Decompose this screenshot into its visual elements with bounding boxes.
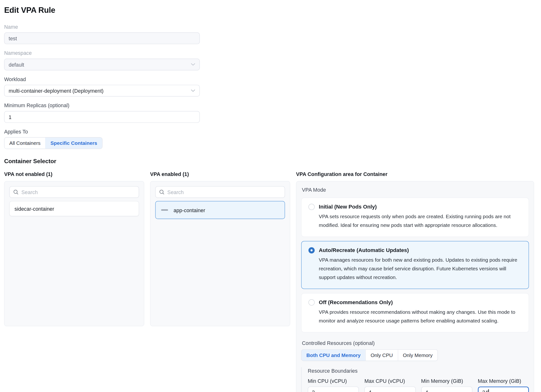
segment-all-containers[interactable]: All Containers — [5, 138, 45, 149]
max-memory-value: 24 — [482, 389, 488, 392]
vpa-enabled-panel: app-container — [150, 181, 290, 326]
resource-boundaries-heading: Resource Boundaries — [308, 368, 529, 374]
workload-value: multi-container-deployment (Deployment) — [9, 88, 104, 94]
namespace-label: Namespace — [4, 50, 200, 56]
text-cursor — [488, 389, 489, 392]
container-item-label: sidecar-container — [14, 206, 54, 211]
controlled-resources-label: Controlled Resources (optional) — [302, 340, 529, 346]
mode-option-auto-recreate[interactable]: Auto/Recreate (Automatic Updates) VPA ma… — [301, 241, 529, 289]
max-cpu-label: Max CPU (vCPU) — [364, 378, 416, 384]
vpa-not-enabled-heading: VPA not enabled (1) — [4, 171, 144, 177]
vpa-config-panel: VPA Mode Initial (New Pods Only) VPA set… — [296, 181, 534, 392]
min-cpu-input[interactable] — [308, 386, 359, 392]
applies-to-label: Applies To — [4, 129, 200, 134]
not-enabled-search-box — [9, 186, 139, 198]
mode-option-off[interactable]: Off (Recommendations Only) VPA provides … — [301, 293, 529, 332]
vpa-config-column: VPA Configuration area for Container VPA… — [296, 171, 534, 392]
radio-unchecked-icon[interactable] — [308, 204, 315, 210]
name-input — [4, 32, 200, 44]
mode-option-title: Auto/Recreate (Automatic Updates) — [319, 247, 409, 253]
mode-option-description: VPA sets resource requests only when pod… — [319, 212, 522, 230]
tab-only-memory[interactable]: Only Memory — [398, 350, 438, 361]
not-enabled-search-input[interactable] — [21, 189, 135, 195]
vpa-enabled-column: VPA enabled (1) app-container — [150, 171, 290, 326]
selector-columns: VPA not enabled (1) sidecar-container VP… — [4, 171, 537, 392]
min-cpu-label: Min CPU (vCPU) — [308, 378, 359, 384]
min-replicas-field-group: Minimum Replicas (optional) — [4, 102, 200, 123]
vpa-enabled-heading: VPA enabled (1) — [150, 171, 290, 177]
min-memory-field-group: Min Memory (GiB) — [421, 378, 472, 392]
max-memory-field-group: Max Memory (GiB) 24 — [478, 378, 529, 392]
enabled-search-input[interactable] — [167, 189, 281, 195]
namespace-value: default — [9, 62, 24, 67]
controlled-resources-tabs: Both CPU and Memory Only CPU Only Memory — [301, 349, 438, 361]
mode-option-title: Initial (New Pods Only) — [319, 204, 377, 210]
namespace-field-group: Namespace default — [4, 50, 200, 70]
workload-field-group: Workload multi-container-deployment (Dep… — [4, 76, 200, 97]
page-title: Edit VPA Rule — [4, 6, 537, 15]
radio-checked-icon[interactable] — [308, 247, 315, 253]
chevron-down-icon — [191, 89, 195, 92]
resource-boundaries-section: Resource Boundaries Min CPU (vCPU) Max C… — [301, 367, 529, 392]
name-field-group: Name — [4, 24, 200, 44]
name-label: Name — [4, 24, 200, 30]
applies-to-group: Applies To All Containers Specific Conta… — [4, 129, 200, 149]
min-replicas-label: Minimum Replicas (optional) — [4, 102, 200, 108]
mode-option-title: Off (Recommendations Only) — [319, 299, 393, 306]
vpa-not-enabled-panel: sidecar-container — [4, 181, 144, 326]
mode-option-description: VPA provides resource recommendations wi… — [319, 308, 522, 325]
max-memory-label: Max Memory (GiB) — [478, 378, 529, 384]
workload-select[interactable]: multi-container-deployment (Deployment) — [4, 85, 200, 97]
min-replicas-input[interactable] — [4, 111, 200, 123]
segment-specific-containers[interactable]: Specific Containers — [45, 138, 102, 149]
edit-vpa-rule-page: Edit VPA Rule Name Namespace default Wor… — [0, 0, 541, 392]
mode-option-initial[interactable]: Initial (New Pods Only) VPA sets resourc… — [301, 198, 529, 237]
tab-only-cpu[interactable]: Only CPU — [365, 350, 398, 361]
container-item-sidecar[interactable]: sidecar-container — [9, 201, 139, 216]
min-memory-input[interactable] — [421, 386, 472, 392]
vpa-config-heading: VPA Configuration area for Container — [296, 171, 534, 177]
vpa-mode-label: VPA Mode — [302, 187, 529, 193]
radio-unchecked-icon[interactable] — [308, 299, 315, 306]
max-cpu-field-group: Max CPU (vCPU) — [364, 378, 416, 392]
minus-icon — [161, 209, 168, 211]
search-icon — [159, 189, 165, 195]
container-selector-heading: Container Selector — [4, 158, 537, 165]
min-cpu-field-group: Min CPU (vCPU) — [308, 378, 359, 392]
chevron-down-icon — [191, 63, 195, 66]
vpa-not-enabled-column: VPA not enabled (1) sidecar-container — [4, 171, 144, 326]
workload-label: Workload — [4, 76, 200, 82]
max-memory-input[interactable]: 24 — [478, 386, 529, 392]
namespace-select: default — [4, 59, 200, 70]
enabled-search-box — [155, 186, 285, 198]
applies-to-segmented-control: All Containers Specific Containers — [4, 137, 102, 149]
container-item-label: app-container — [174, 207, 205, 213]
search-icon — [13, 189, 19, 195]
max-cpu-input[interactable] — [364, 386, 416, 392]
min-memory-label: Min Memory (GiB) — [421, 378, 472, 384]
tab-both-cpu-memory[interactable]: Both CPU and Memory — [302, 350, 365, 361]
mode-option-description: VPA manages resources for both new and e… — [319, 256, 522, 282]
container-item-app[interactable]: app-container — [155, 201, 285, 219]
